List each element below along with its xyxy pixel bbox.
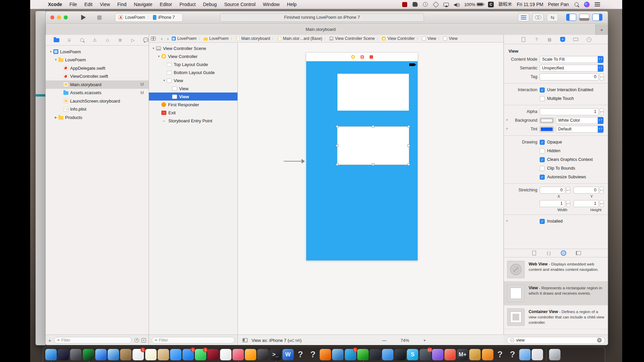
close-button[interactable] xyxy=(50,15,54,19)
navigator-filter-field[interactable]: Filter xyxy=(54,337,132,344)
debug-navigator-icon[interactable]: ≣ xyxy=(117,38,123,43)
run-button[interactable] xyxy=(81,15,86,20)
stepper-control[interactable]: ▲▼ xyxy=(600,73,604,80)
dropdown-content-mode[interactable]: Scale To Fill xyxy=(540,56,604,63)
user-name[interactable]: Peter Pan xyxy=(548,2,569,7)
dock-icon-app-green-tv[interactable] xyxy=(83,349,94,360)
checkbox-opaque[interactable]: ✓ xyxy=(540,140,545,145)
device-bar-toggle-icon[interactable] xyxy=(243,338,248,342)
dock-icon-app-blue-round[interactable] xyxy=(382,349,393,360)
checkbox-autoresize-subviews[interactable]: ✓ xyxy=(540,175,545,180)
stepper-control[interactable]: ▲▼ xyxy=(600,200,604,207)
dock-icon-app-dark-screen[interactable] xyxy=(370,349,381,360)
quick-help-inspector-icon[interactable]: ? xyxy=(534,37,539,42)
dropdown-semantic[interactable]: Unspecified xyxy=(540,65,604,72)
dock-icon-app-m-plus[interactable]: M+ xyxy=(457,349,468,360)
standard-editor-button[interactable] xyxy=(518,13,529,21)
library-item-web-view[interactable]: Web View - Displays embedded web content… xyxy=(504,258,608,282)
stepper-control[interactable]: ▲▼ xyxy=(600,108,604,115)
spotlight-icon[interactable] xyxy=(574,2,579,7)
toggle-inspector-button[interactable] xyxy=(592,14,602,21)
number-field-width[interactable]: 1 xyxy=(540,200,565,207)
dock-icon-photos-blue[interactable] xyxy=(108,349,119,360)
stepper-control[interactable]: ▲▼ xyxy=(600,187,604,194)
zoom-button[interactable] xyxy=(64,15,68,19)
dock-icon-launchpad[interactable] xyxy=(70,349,82,360)
dock-icon-folder-brown[interactable] xyxy=(120,349,131,360)
notification-center-icon[interactable] xyxy=(594,2,600,7)
dock-icon-trash[interactable] xyxy=(549,349,560,360)
dock-icon-wechat[interactable] xyxy=(357,349,369,360)
tab-main-storyboard[interactable]: Main.storyboard xyxy=(46,24,596,35)
time-machine-icon[interactable] xyxy=(423,2,428,7)
dropdown-background[interactable]: White Color xyxy=(556,117,604,124)
dock-icon-music-red[interactable] xyxy=(444,349,456,360)
outline-row-view[interactable]: View xyxy=(149,84,237,93)
airplay-icon[interactable] xyxy=(443,2,449,7)
selection-handle[interactable] xyxy=(408,144,410,147)
dock-icon-ibooks[interactable] xyxy=(245,349,256,360)
identity-inspector-icon[interactable]: ▤ xyxy=(547,37,552,42)
breadcrumb-3-sb[interactable]: Main.stor…ard (Base) xyxy=(277,36,322,41)
menu-item-window[interactable]: Window xyxy=(259,2,283,7)
dock-icon-mail[interactable] xyxy=(519,349,531,360)
zoom-level[interactable]: 74% xyxy=(400,338,409,343)
library-item-view[interactable]: View - Represents a rectangular region i… xyxy=(504,282,608,305)
file-template-library-icon[interactable] xyxy=(531,250,537,256)
disclosure-triangle[interactable]: ▶ xyxy=(54,116,58,119)
checkbox-clears-graphics-context[interactable]: ✓ xyxy=(540,157,545,162)
dock-icon-reminders[interactable]: 1 xyxy=(132,349,144,360)
file-row-assets-xcassets[interactable]: Assets.xcassetsM xyxy=(46,89,149,97)
dock-icon-app-purple[interactable] xyxy=(432,349,443,360)
outline-row-view[interactable]: View xyxy=(149,93,237,101)
dock-icon-qq[interactable] xyxy=(394,349,406,360)
dock-icon-safari[interactable] xyxy=(95,349,107,360)
ime-app-label[interactable]: 聽蝦米 xyxy=(498,1,512,7)
color-well-tint[interactable] xyxy=(540,126,554,132)
find-navigator-icon[interactable] xyxy=(79,38,85,43)
add-file-button[interactable]: + xyxy=(48,338,51,343)
toggle-navigator-button[interactable] xyxy=(566,14,576,21)
outline-row-view-controller[interactable]: ▼View Controller xyxy=(149,52,237,60)
file-row-main-storyboard[interactable]: Main.storyboardM xyxy=(46,80,149,89)
file-inspector-icon[interactable] xyxy=(521,37,526,42)
color-well-background[interactable] xyxy=(540,118,554,123)
breadcrumb-1-folder[interactable]: LovePoem xyxy=(204,36,228,41)
code-snippet-library-icon[interactable]: { } xyxy=(546,250,552,256)
diamond-status-icon[interactable] xyxy=(433,2,439,7)
disclosure-triangle[interactable]: ▼ xyxy=(49,50,53,53)
checkbox-clip-to-bounds[interactable] xyxy=(540,166,545,171)
new-tab-button[interactable]: + xyxy=(596,27,608,33)
zoom-out-button[interactable]: — xyxy=(382,338,386,343)
recent-files-icon[interactable] xyxy=(135,338,139,343)
breadcrumb-7-view[interactable]: View xyxy=(443,36,458,41)
number-field-y[interactable]: 0 xyxy=(574,187,599,194)
menu-clock[interactable]: Fri 11:19 PM xyxy=(517,2,543,7)
number-field-alpha[interactable]: 1 xyxy=(540,108,599,115)
outline-filter-field[interactable]: Filter xyxy=(152,337,235,344)
selection-handle[interactable] xyxy=(372,163,374,166)
file-row-lovepoem[interactable]: ▼LovePoem xyxy=(46,48,149,56)
dock-icon-app-dark-wheel[interactable] xyxy=(257,349,269,360)
menu-item-debug[interactable]: Debug xyxy=(199,2,220,7)
object-library-icon[interactable] xyxy=(560,250,567,256)
size-inspector-icon[interactable] xyxy=(573,37,579,42)
stop-button[interactable] xyxy=(97,15,102,20)
dock-icon-messages[interactable] xyxy=(170,349,181,360)
disclosure-triangle[interactable]: ▼ xyxy=(157,55,161,58)
minimize-button[interactable] xyxy=(57,15,61,19)
file-row-lovepoem[interactable]: ▼LovePoem xyxy=(46,56,149,64)
menu-item-source-control[interactable]: Source Control xyxy=(220,2,259,7)
film-app-icon[interactable] xyxy=(402,2,408,7)
connections-inspector-icon[interactable] xyxy=(586,37,592,42)
file-row-viewcontroller-swift[interactable]: ViewController.swift xyxy=(46,72,149,81)
assistant-editor-button[interactable] xyxy=(532,13,544,21)
view-controller-scene[interactable] xyxy=(306,53,418,260)
disclosure-triangle[interactable]: ▼ xyxy=(162,79,166,82)
file-row-appdelegate-swift[interactable]: AppDelegate.swift xyxy=(46,64,149,72)
media-library-icon[interactable] xyxy=(575,250,581,256)
root-view-blue[interactable] xyxy=(306,61,418,260)
input-source-icon[interactable]: C xyxy=(488,2,494,7)
menu-item-editor[interactable]: Editor xyxy=(156,2,176,7)
dock-icon-app-s-blue[interactable]: S xyxy=(407,349,418,360)
